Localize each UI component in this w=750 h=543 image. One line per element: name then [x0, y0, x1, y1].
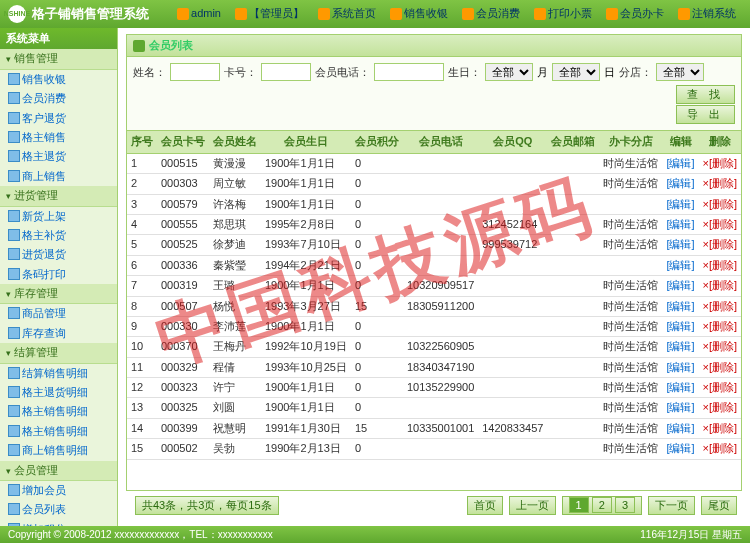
delete-link[interactable]: ×[删除]	[703, 361, 738, 373]
topnav-item[interactable]: 系统首页	[318, 6, 376, 21]
cell-qq	[478, 276, 547, 296]
sidebar-item[interactable]: 格主销售	[0, 128, 117, 147]
edit-link[interactable]: [编辑]	[666, 198, 694, 210]
input-tel[interactable]	[374, 63, 444, 81]
sidebar-item[interactable]: 客户退货	[0, 109, 117, 128]
cell-mail	[547, 316, 599, 336]
delete-link[interactable]: ×[删除]	[703, 177, 738, 189]
edit-link[interactable]: [编辑]	[666, 157, 694, 169]
pager-page[interactable]: 2	[592, 497, 612, 513]
sidebar-item[interactable]: 销售收银	[0, 70, 117, 89]
edit-link[interactable]: [编辑]	[666, 218, 694, 230]
delete-link[interactable]: ×[删除]	[703, 422, 738, 434]
delete-link[interactable]: ×[删除]	[703, 320, 738, 332]
topnav-item[interactable]: 注销系统	[678, 6, 736, 21]
topnav-item[interactable]: 会员办卡	[606, 6, 664, 21]
select-store[interactable]: 全部	[656, 63, 704, 81]
sidebar-group[interactable]: 销售管理	[0, 49, 117, 69]
cell-qq	[478, 153, 547, 173]
edit-link[interactable]: [编辑]	[666, 401, 694, 413]
sidebar-item[interactable]: 格主补货	[0, 226, 117, 245]
cell-card: 000303	[157, 174, 209, 194]
cell-name: 李沛莲	[209, 316, 261, 336]
topnav-item[interactable]: 会员消费	[462, 6, 520, 21]
cell-card: 000502	[157, 439, 209, 459]
edit-link[interactable]: [编辑]	[666, 422, 694, 434]
sidebar-item[interactable]: 格主销售明细	[0, 422, 117, 441]
pager-first[interactable]: 首页	[467, 496, 503, 515]
cell-no: 7	[127, 276, 157, 296]
cell-tel	[403, 194, 478, 214]
pager-prev[interactable]: 上一页	[509, 496, 556, 515]
edit-link[interactable]: [编辑]	[666, 177, 694, 189]
cell-name: 郑思琪	[209, 214, 261, 234]
cell-tel	[403, 235, 478, 255]
sidebar-item[interactable]: 增加积分	[0, 520, 117, 526]
edit-link[interactable]: [编辑]	[666, 300, 694, 312]
export-button[interactable]: 导 出	[676, 105, 735, 124]
pager-page[interactable]: 3	[615, 497, 635, 513]
sidebar-item[interactable]: 会员列表	[0, 500, 117, 519]
delete-link[interactable]: ×[删除]	[703, 381, 738, 393]
topnav-item[interactable]: 打印小票	[534, 6, 592, 21]
sidebar-item[interactable]: 条码打印	[0, 265, 117, 284]
sidebar-item[interactable]: 进货退货	[0, 245, 117, 264]
select-day[interactable]: 全部	[552, 63, 600, 81]
delete-link[interactable]: ×[删除]	[703, 238, 738, 250]
sidebar-group[interactable]: 会员管理	[0, 461, 117, 481]
sidebar-item[interactable]: 格主退货明细	[0, 383, 117, 402]
edit-link[interactable]: [编辑]	[666, 320, 694, 332]
cell-card: 000525	[157, 235, 209, 255]
edit-link[interactable]: [编辑]	[666, 381, 694, 393]
table-row: 1000515黄漫漫1900年1月1日0时尚生活馆[编辑]×[删除]	[127, 153, 741, 173]
cell-tel	[403, 174, 478, 194]
delete-link[interactable]: ×[删除]	[703, 340, 738, 352]
pager-last[interactable]: 尾页	[701, 496, 737, 515]
cell-store	[599, 194, 662, 214]
delete-link[interactable]: ×[删除]	[703, 218, 738, 230]
sidebar-item[interactable]: 商上销售	[0, 167, 117, 186]
edit-link[interactable]: [编辑]	[666, 340, 694, 352]
cell-bd: 1994年2月21日	[261, 255, 351, 275]
search-button[interactable]: 查 找	[676, 85, 735, 104]
delete-link[interactable]: ×[删除]	[703, 442, 738, 454]
cell-card: 000507	[157, 296, 209, 316]
topnav-item[interactable]: 销售收银	[390, 6, 448, 21]
select-month[interactable]: 全部	[485, 63, 533, 81]
delete-link[interactable]: ×[删除]	[703, 198, 738, 210]
sidebar-item[interactable]: 格主退货	[0, 147, 117, 166]
topnav-item[interactable]: admin	[177, 6, 221, 21]
table-row: 12000323许宁1900年1月1日010135229900时尚生活馆[编辑]…	[127, 378, 741, 398]
sidebar-item[interactable]: 新货上架	[0, 207, 117, 226]
sidebar-item[interactable]: 商品管理	[0, 304, 117, 323]
input-card[interactable]	[261, 63, 311, 81]
sidebar-group[interactable]: 进货管理	[0, 186, 117, 206]
cell-no: 1	[127, 153, 157, 173]
edit-link[interactable]: [编辑]	[666, 361, 694, 373]
cell-qq	[478, 337, 547, 357]
delete-link[interactable]: ×[删除]	[703, 157, 738, 169]
delete-link[interactable]: ×[删除]	[703, 279, 738, 291]
delete-link[interactable]: ×[删除]	[703, 300, 738, 312]
sidebar-group[interactable]: 库存管理	[0, 284, 117, 304]
sidebar-item[interactable]: 增加会员	[0, 481, 117, 500]
topnav-item[interactable]: 【管理员】	[235, 6, 304, 21]
table-row: 7000319王璐1900年1月1日010320909517时尚生活馆[编辑]×…	[127, 276, 741, 296]
delete-link[interactable]: ×[删除]	[703, 259, 738, 271]
pager-page[interactable]: 1	[569, 497, 589, 513]
delete-link[interactable]: ×[删除]	[703, 401, 738, 413]
input-name[interactable]	[170, 63, 220, 81]
sidebar-item[interactable]: 会员消费	[0, 89, 117, 108]
edit-link[interactable]: [编辑]	[666, 259, 694, 271]
sidebar-group[interactable]: 结算管理	[0, 343, 117, 363]
edit-link[interactable]: [编辑]	[666, 279, 694, 291]
cell-bd: 1993年7月10日	[261, 235, 351, 255]
edit-link[interactable]: [编辑]	[666, 238, 694, 250]
sidebar-item[interactable]: 商上销售明细	[0, 441, 117, 460]
sidebar-item[interactable]: 格主销售明细	[0, 402, 117, 421]
sidebar-item[interactable]: 结算销售明细	[0, 364, 117, 383]
cell-mail	[547, 276, 599, 296]
pager-next[interactable]: 下一页	[648, 496, 695, 515]
sidebar-item[interactable]: 库存查询	[0, 324, 117, 343]
edit-link[interactable]: [编辑]	[666, 442, 694, 454]
